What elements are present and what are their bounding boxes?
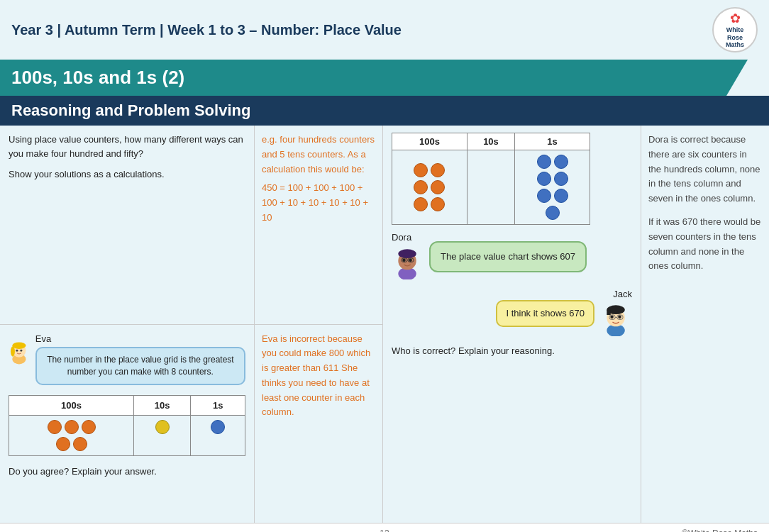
counter (554, 189, 568, 203)
right-answer-text2: If it was 670 there would be seven count… (648, 215, 762, 274)
eva-bubble-text: The number in the place value grid is th… (47, 355, 233, 377)
answer-text: e.g. four hundreds counters and 5 tens c… (262, 133, 375, 177)
jack-speech-bubble: I think it shows 670 (496, 300, 594, 327)
counter (414, 180, 428, 194)
dora-speech-bubble: The place value chart shows 607 (429, 241, 587, 272)
pv-header-1s: 1s (191, 395, 245, 416)
counter (431, 180, 445, 194)
pv-header-10s: 10s (134, 395, 191, 416)
counter (82, 420, 96, 434)
question-text2: Show your solutions as a calculations. (9, 167, 245, 182)
left-bottom-footer: Do you agree? Explain your answer. (9, 465, 245, 479)
svg-point-19 (618, 315, 621, 318)
counter (65, 420, 79, 434)
page-number: 12 (380, 528, 389, 533)
counter (537, 172, 551, 186)
copyright: ©White Rose Maths (673, 528, 758, 533)
right-pv-table: 100s 10s 1s (392, 133, 590, 225)
counter (554, 172, 568, 186)
eva-pv-table: 100s 10s 1s (9, 395, 245, 457)
right-answer: Dora is correct because there are six co… (641, 126, 769, 523)
teal-band: 100s, 10s and 1s (2) (0, 60, 769, 96)
hundreds-cell (392, 150, 468, 225)
counter (56, 437, 70, 451)
svg-point-4 (16, 349, 18, 351)
dora-label: Dora (392, 232, 424, 243)
pv-header-10s: 10s (467, 133, 514, 150)
left-top-question: Using place value counters, how many dif… (0, 126, 255, 324)
jack-bubble-text: I think it shows 670 (506, 308, 585, 318)
answer-calc: 450 = 100 + 100 + 100 + 100 + 10 + 10 + … (262, 181, 375, 225)
counter (414, 197, 428, 211)
svg-point-10 (409, 258, 412, 262)
header-title: Year 3 | Autumn Term | Week 1 to 3 – Num… (11, 22, 402, 38)
svg-rect-17 (607, 310, 610, 315)
logo-rose-icon: ✿ (730, 11, 741, 26)
left-section: Using place value counters, how many dif… (0, 126, 383, 523)
right-main: 100s 10s 1s (383, 126, 641, 523)
dora-row: Dora The (392, 232, 632, 282)
footer: 12 ©White Rose Maths (0, 523, 769, 532)
dora-bubble-text: The place value chart shows 607 (441, 251, 575, 262)
svg-point-9 (402, 258, 406, 262)
svg-point-18 (610, 315, 614, 318)
content-area: Using place value counters, how many dif… (0, 126, 769, 523)
ones-cell (515, 150, 590, 225)
header: Year 3 | Autumn Term | Week 1 to 3 – Num… (0, 0, 769, 60)
question-text1: Using place value counters, how many dif… (9, 133, 245, 160)
navy-band-title: Reasoning and Problem Solving (11, 101, 758, 120)
left-top-answer: e.g. four hundreds counters and 5 tens c… (255, 126, 382, 324)
table-row (392, 150, 590, 225)
logo: ✿ White Rose Maths (712, 7, 758, 52)
counter (554, 155, 568, 169)
logo-text: White Rose Maths (726, 26, 744, 49)
counter (48, 420, 62, 434)
teal-band-title: 100s, 10s and 1s (2) (11, 67, 758, 89)
eva-speech-bubble: The number in the place value grid is th… (35, 347, 245, 385)
right-answer-text1: Dora is correct because there are six co… (648, 133, 762, 206)
right-section: 100s 10s 1s (383, 126, 769, 523)
counter (537, 155, 551, 169)
eva-row: Eva The number in the place value grid i… (9, 332, 245, 385)
tens-cell (134, 416, 191, 456)
counter (537, 189, 551, 203)
svg-point-8 (398, 249, 416, 258)
pv-header-100s: 100s (392, 133, 468, 150)
svg-point-2 (12, 342, 26, 349)
jack-row: I think it shows 670 Jack (392, 289, 632, 338)
eva-answer-text: Eva is incorrect because you could make … (262, 332, 375, 421)
hundreds-cell (9, 416, 134, 456)
svg-point-3 (11, 346, 15, 356)
navy-band: Reasoning and Problem Solving (0, 96, 769, 126)
jack-label: Jack (600, 289, 632, 299)
eva-avatar (9, 332, 30, 371)
left-top: Using place value counters, how many dif… (0, 126, 382, 325)
ones-counters (197, 420, 239, 434)
left-bottom-answer: Eva is incorrect because you could make … (255, 325, 382, 523)
eva-label: Eva (35, 332, 245, 346)
counter (211, 420, 225, 434)
counter (546, 206, 560, 220)
dora-avatar (392, 244, 424, 279)
svg-point-5 (20, 349, 22, 351)
tens-counters (140, 420, 184, 434)
counter (73, 437, 87, 451)
counter (431, 163, 445, 177)
hundreds-counters (15, 420, 128, 451)
left-bottom-question: Eva The number in the place value grid i… (0, 325, 255, 523)
pv-header-100s: 100s (9, 395, 134, 416)
counter (155, 420, 170, 434)
counter (414, 163, 428, 177)
table-row (9, 416, 245, 456)
left-bottom: Eva The number in the place value grid i… (0, 325, 382, 523)
jack-avatar (600, 301, 632, 336)
pv-header-1s: 1s (515, 133, 590, 150)
counter (431, 197, 445, 211)
ones-cell (191, 416, 245, 456)
tens-cell (467, 150, 514, 225)
right-main-footer: Who is correct? Explain your reasoning. (392, 345, 632, 356)
